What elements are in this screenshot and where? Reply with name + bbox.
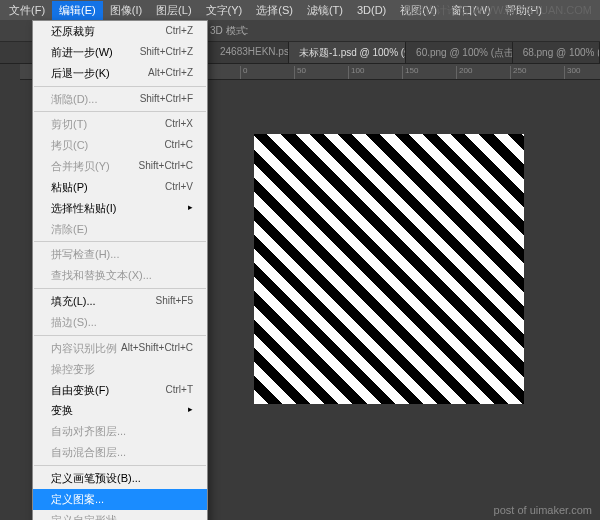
menu-item-label: 填充(L)... xyxy=(51,294,96,309)
menu-item-label: 自动对齐图层... xyxy=(51,424,126,439)
menu-item: 内容识别比例Alt+Shift+Ctrl+C xyxy=(33,338,207,359)
watermark-top: 思缘设计论坛 WWW.MISSYUAN.COM xyxy=(403,3,592,18)
menu-item[interactable]: 后退一步(K)Alt+Ctrl+Z xyxy=(33,63,207,84)
menu-item-label: 剪切(T) xyxy=(51,117,87,132)
menu-item: 清除(E) xyxy=(33,219,207,240)
menu-i[interactable]: 图像(I) xyxy=(103,1,149,20)
menu-t[interactable]: 滤镜(T) xyxy=(300,1,350,20)
menu-item-label: 变换 xyxy=(51,403,73,418)
menu-item: 自动混合图层... xyxy=(33,442,207,463)
menu-item: 剪切(T)Ctrl+X xyxy=(33,114,207,135)
menu-separator xyxy=(34,86,206,87)
menu-l[interactable]: 图层(L) xyxy=(149,1,198,20)
menu-item[interactable]: 粘贴(P)Ctrl+V xyxy=(33,177,207,198)
menu-item-label: 描边(S)... xyxy=(51,315,97,330)
menu-item-label: 后退一步(K) xyxy=(51,66,110,81)
menu-item-label: 选择性粘贴(I) xyxy=(51,201,116,216)
menu-item: 查找和替换文本(X)... xyxy=(33,265,207,286)
menu-item-label: 自由变换(F) xyxy=(51,383,109,398)
menu-item-shortcut: Ctrl+V xyxy=(165,180,193,195)
ruler-tick: 50 xyxy=(294,66,306,80)
canvas-content-stripes[interactable] xyxy=(254,134,524,404)
menu-item-shortcut: Ctrl+C xyxy=(164,138,193,153)
menu-item-label: 粘贴(P) xyxy=(51,180,88,195)
menu-separator xyxy=(34,465,206,466)
menu-item[interactable]: 定义画笔预设(B)... xyxy=(33,468,207,489)
menu-item[interactable]: 选择性粘贴(I) xyxy=(33,198,207,219)
mode-label: 3D 模式: xyxy=(210,24,248,38)
menu-item-label: 还原裁剪 xyxy=(51,24,95,39)
ruler-tick: 150 xyxy=(402,66,418,80)
menu-item-shortcut: Alt+Ctrl+Z xyxy=(148,66,193,81)
document-tab[interactable]: 60.png @ 100% (点击这个... xyxy=(406,42,513,63)
document-tab[interactable]: 24683HEKN.psd ... xyxy=(210,42,289,63)
menu-item: 渐隐(D)...Shift+Ctrl+F xyxy=(33,89,207,110)
menu-item: 拼写检查(H)... xyxy=(33,244,207,265)
menu-item[interactable]: 填充(L)...Shift+F5 xyxy=(33,291,207,312)
document-tab[interactable]: 68.png @ 100% (此处 xyxy=(513,42,600,63)
menu-item: 拷贝(C)Ctrl+C xyxy=(33,135,207,156)
menu-item[interactable]: 自由变换(F)Ctrl+T xyxy=(33,380,207,401)
menu-item-label: 清除(E) xyxy=(51,222,88,237)
menu-item-shortcut: Ctrl+T xyxy=(166,383,194,398)
menu-item: 合并拷贝(Y)Shift+Ctrl+C xyxy=(33,156,207,177)
menu-item-shortcut: Ctrl+Z xyxy=(166,24,194,39)
watermark-bottom: post of uimaker.com xyxy=(494,504,592,516)
menu-item-label: 拼写检查(H)... xyxy=(51,247,119,262)
menu-item-label: 定义图案... xyxy=(51,492,104,507)
ruler-tick: 0 xyxy=(240,66,247,80)
ruler-tick: 100 xyxy=(348,66,364,80)
menu-item-shortcut: Shift+Ctrl+Z xyxy=(140,45,193,60)
menu-item-shortcut: Shift+Ctrl+C xyxy=(139,159,193,174)
menu-item: 描边(S)... xyxy=(33,312,207,333)
ruler-tick: 200 xyxy=(456,66,472,80)
menu-item-shortcut: Alt+Shift+Ctrl+C xyxy=(121,341,193,356)
menu-item[interactable]: 还原裁剪Ctrl+Z xyxy=(33,21,207,42)
document-tab[interactable]: 未标题-1.psd @ 100% (矩形 1... xyxy=(289,42,406,63)
ruler-tick: 300 xyxy=(564,66,580,80)
menu-item: 定义自定形状... xyxy=(33,510,207,520)
menu-separator xyxy=(34,288,206,289)
ruler-tick: 250 xyxy=(510,66,526,80)
menu-item-label: 自动混合图层... xyxy=(51,445,126,460)
menu-dd[interactable]: 3D(D) xyxy=(350,2,393,18)
menu-item-shortcut: Shift+Ctrl+F xyxy=(140,92,193,107)
menu-separator xyxy=(34,241,206,242)
menu-item[interactable]: 前进一步(W)Shift+Ctrl+Z xyxy=(33,42,207,63)
menu-item: 操控变形 xyxy=(33,359,207,380)
edit-menu-dropdown: 还原裁剪Ctrl+Z前进一步(W)Shift+Ctrl+Z后退一步(K)Alt+… xyxy=(32,20,208,520)
menu-separator xyxy=(34,335,206,336)
menu-e[interactable]: 编辑(E) xyxy=(52,1,103,20)
menu-item-label: 内容识别比例 xyxy=(51,341,117,356)
menu-item-label: 查找和替换文本(X)... xyxy=(51,268,152,283)
menu-item-label: 操控变形 xyxy=(51,362,95,377)
menu-f[interactable]: 文件(F) xyxy=(2,1,52,20)
menu-item: 自动对齐图层... xyxy=(33,421,207,442)
menu-item[interactable]: 变换 xyxy=(33,400,207,421)
menu-item-label: 定义画笔预设(B)... xyxy=(51,471,141,486)
menu-item-shortcut: Shift+F5 xyxy=(155,294,193,309)
menu-item-label: 渐隐(D)... xyxy=(51,92,97,107)
menu-item-label: 定义自定形状... xyxy=(51,513,126,520)
menu-y[interactable]: 文字(Y) xyxy=(199,1,250,20)
menu-item-label: 合并拷贝(Y) xyxy=(51,159,110,174)
menu-separator xyxy=(34,111,206,112)
menu-item-label: 拷贝(C) xyxy=(51,138,88,153)
menu-item[interactable]: 定义图案... xyxy=(33,489,207,510)
menu-s[interactable]: 选择(S) xyxy=(249,1,300,20)
menu-item-shortcut: Ctrl+X xyxy=(165,117,193,132)
menu-item-label: 前进一步(W) xyxy=(51,45,113,60)
